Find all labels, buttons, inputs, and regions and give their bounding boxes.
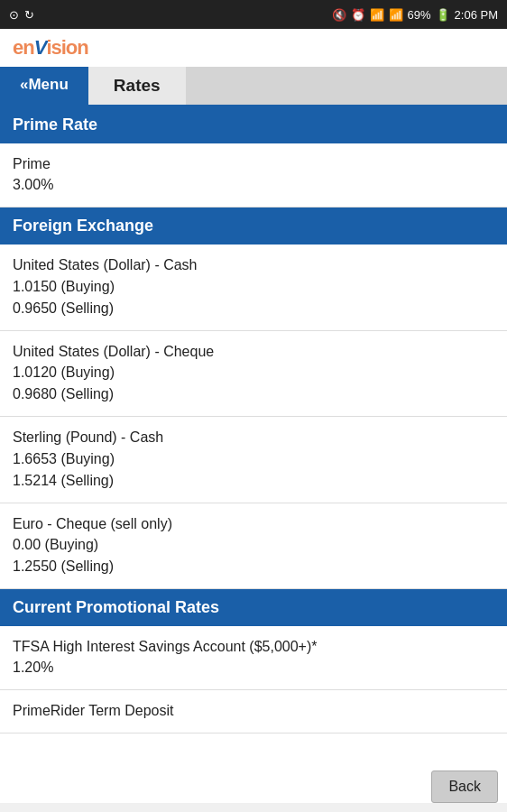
usd-cheque-buying: 1.0120 (Buying) (13, 362, 494, 383)
app-header: enVision (0, 29, 507, 67)
usd-cash-name: United States (Dollar) - Cash (13, 255, 494, 275)
tfsa-value: 1.20% (13, 657, 494, 678)
content-area: Prime Rate Prime 3.00% Foreign Exchange … (0, 106, 507, 803)
sterling-cash-selling: 1.5214 (Selling) (13, 470, 494, 492)
euro-cheque-buying: 0.00 (Buying) (13, 534, 494, 556)
nav-tabs: «Menu Rates (0, 67, 507, 106)
usd-cash-buying: 1.0150 (Buying) (13, 276, 494, 298)
menu-tab[interactable]: «Menu (0, 67, 88, 105)
wifi-icon: 📶 (370, 8, 384, 22)
primerider-name: PrimeRider Term Deposit (13, 701, 494, 721)
logo-text-en: en (13, 36, 34, 59)
promotional-rates-header: Current Promotional Rates (0, 589, 507, 626)
euro-cheque-selling: 1.2550 (Selling) (13, 556, 494, 577)
sterling-cash-buying: 1.6653 (Buying) (13, 448, 494, 470)
primerider-item: PrimeRider Term Deposit (0, 690, 507, 733)
sterling-cash-name: Sterling (Pound) - Cash (13, 428, 494, 448)
app-logo: enVision (13, 36, 88, 60)
usd-cash-selling: 0.9650 (Selling) (13, 298, 494, 319)
status-right-info: 🔇 ⏰ 📶 📶 69% 🔋 2:06 PM (332, 8, 498, 22)
usd-cheque-selling: 0.9680 (Selling) (13, 383, 494, 405)
prime-rate-name: Prime (13, 154, 494, 174)
logo-text-ision: ision (46, 36, 88, 59)
time-display: 2:06 PM (455, 8, 498, 22)
sync-icon: ↻ (24, 8, 34, 22)
tfsa-name: TFSA High Interest Savings Account ($5,0… (13, 637, 494, 657)
logo-v: V (34, 36, 47, 59)
usd-cheque-item: United States (Dollar) - Cheque 1.0120 (… (0, 331, 507, 417)
power-icon: ⊙ (9, 8, 19, 22)
usd-cheque-name: United States (Dollar) - Cheque (13, 342, 494, 362)
sterling-cash-item: Sterling (Pound) - Cash 1.6653 (Buying) … (0, 417, 507, 503)
back-button[interactable]: Back (431, 770, 498, 803)
mute-icon: 🔇 (332, 8, 346, 22)
tfsa-item: TFSA High Interest Savings Account ($5,0… (0, 626, 507, 690)
signal-icon: 📶 (389, 8, 403, 22)
rates-tab[interactable]: Rates (88, 67, 186, 105)
prime-rate-item: Prime 3.00% (0, 143, 507, 208)
status-bar: ⊙ ↻ 🔇 ⏰ 📶 📶 69% 🔋 2:06 PM (0, 0, 507, 29)
euro-cheque-item: Euro - Cheque (sell only) 0.00 (Buying) … (0, 503, 507, 589)
prime-rate-header: Prime Rate (0, 106, 507, 143)
usd-cash-item: United States (Dollar) - Cash 1.0150 (Bu… (0, 245, 507, 330)
battery-percent: 69% (408, 8, 431, 22)
euro-cheque-name: Euro - Cheque (sell only) (13, 514, 494, 534)
battery-icon: 🔋 (436, 8, 450, 22)
status-left-icons: ⊙ ↻ (9, 8, 34, 22)
prime-rate-value: 3.00% (13, 174, 494, 196)
alarm-icon: ⏰ (351, 8, 365, 22)
foreign-exchange-header: Foreign Exchange (0, 208, 507, 245)
